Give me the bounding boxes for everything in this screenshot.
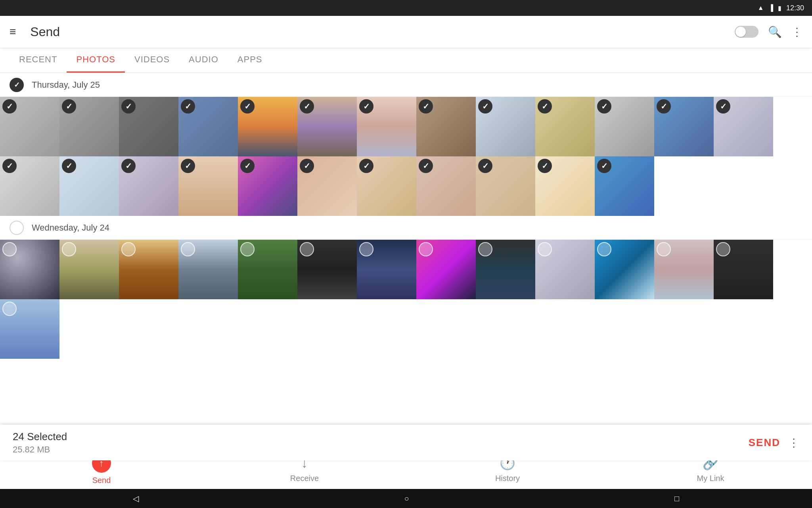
photo-item[interactable] xyxy=(59,97,119,156)
photo-item[interactable] xyxy=(476,156,535,216)
photo-item[interactable] xyxy=(416,97,476,156)
photo-item[interactable] xyxy=(238,156,297,216)
tab-apps[interactable]: APPS xyxy=(228,47,272,73)
toggle-button[interactable] xyxy=(735,26,758,38)
photo-item[interactable] xyxy=(59,240,119,299)
photo-check[interactable] xyxy=(240,159,255,173)
photo-check[interactable] xyxy=(2,159,17,173)
photo-check[interactable] xyxy=(597,242,611,256)
photo-check[interactable] xyxy=(121,99,136,114)
date-select-wednesday[interactable] xyxy=(10,221,24,235)
photo-check[interactable] xyxy=(359,99,373,114)
photo-item[interactable] xyxy=(476,97,535,156)
photo-item[interactable] xyxy=(297,97,357,156)
photo-check[interactable] xyxy=(121,242,136,256)
photo-check[interactable] xyxy=(2,302,17,316)
photo-check[interactable] xyxy=(538,99,552,114)
photo-item[interactable] xyxy=(178,156,238,216)
photo-item[interactable] xyxy=(0,299,59,359)
photo-check[interactable] xyxy=(716,99,730,114)
photo-check[interactable] xyxy=(181,159,195,173)
photo-check[interactable] xyxy=(2,99,17,114)
photo-item[interactable] xyxy=(535,97,595,156)
photo-item[interactable] xyxy=(178,240,238,299)
photo-item[interactable] xyxy=(654,240,714,299)
photo-item[interactable] xyxy=(714,240,773,299)
menu-icon[interactable]: ≡ xyxy=(10,25,16,38)
photo-item[interactable] xyxy=(357,240,416,299)
app-title: Send xyxy=(30,25,727,39)
photo-item[interactable] xyxy=(0,156,59,216)
photo-check[interactable] xyxy=(478,159,492,173)
photo-check[interactable] xyxy=(240,242,255,256)
photo-item[interactable] xyxy=(357,97,416,156)
photo-item[interactable] xyxy=(535,240,595,299)
more-options-icon[interactable]: ⋮ xyxy=(791,25,802,38)
photo-item[interactable] xyxy=(238,97,297,156)
photo-item[interactable] xyxy=(595,240,654,299)
photo-check[interactable] xyxy=(121,159,136,173)
tab-recent[interactable]: RECENT xyxy=(10,47,67,73)
photo-check[interactable] xyxy=(181,242,195,256)
photo-item[interactable] xyxy=(119,156,178,216)
photo-item[interactable] xyxy=(119,97,178,156)
photo-item[interactable] xyxy=(59,156,119,216)
photo-item[interactable] xyxy=(238,240,297,299)
system-nav-bar: ◁ ○ □ xyxy=(0,489,812,508)
photo-check[interactable] xyxy=(181,99,195,114)
photo-check[interactable] xyxy=(478,242,492,256)
photo-check[interactable] xyxy=(300,242,314,256)
selection-more-icon[interactable]: ⋮ xyxy=(788,436,799,449)
photo-item[interactable] xyxy=(535,156,595,216)
photo-check[interactable] xyxy=(240,99,255,114)
home-button[interactable]: ○ xyxy=(404,494,409,503)
photo-check[interactable] xyxy=(657,99,671,114)
photo-check[interactable] xyxy=(62,159,76,173)
photo-item[interactable] xyxy=(0,240,59,299)
send-button[interactable]: SEND xyxy=(749,437,780,449)
photo-check[interactable] xyxy=(538,159,552,173)
photo-check[interactable] xyxy=(419,242,433,256)
tab-photos[interactable]: PHOTOS xyxy=(67,47,125,73)
back-button[interactable]: ◁ xyxy=(133,494,139,503)
photo-check[interactable] xyxy=(359,242,373,256)
search-icon[interactable]: 🔍 xyxy=(768,25,782,38)
photo-item[interactable] xyxy=(0,97,59,156)
recents-button[interactable]: □ xyxy=(674,494,679,503)
selection-size: 25.82 MB xyxy=(13,444,749,455)
photo-check[interactable] xyxy=(597,99,611,114)
photo-item[interactable] xyxy=(416,240,476,299)
photo-check[interactable] xyxy=(300,159,314,173)
photo-check[interactable] xyxy=(716,242,730,256)
photo-check[interactable] xyxy=(597,159,611,173)
photo-check[interactable] xyxy=(419,159,433,173)
signal-icon: ▐ xyxy=(769,4,773,12)
app-bar: ≡ Send 🔍 ⋮ xyxy=(0,16,812,48)
photo-item[interactable] xyxy=(297,240,357,299)
photo-item[interactable] xyxy=(595,97,654,156)
photo-item[interactable] xyxy=(714,97,773,156)
photo-check[interactable] xyxy=(359,159,373,173)
photo-item[interactable] xyxy=(357,156,416,216)
photo-item[interactable] xyxy=(297,156,357,216)
photo-check[interactable] xyxy=(2,242,17,256)
photo-check[interactable] xyxy=(419,99,433,114)
photo-check[interactable] xyxy=(62,99,76,114)
photo-item[interactable] xyxy=(654,97,714,156)
tab-videos[interactable]: VIDEOS xyxy=(125,47,179,73)
battery-icon: ▮ xyxy=(778,4,781,12)
status-time: 12:30 xyxy=(786,4,804,12)
photo-item[interactable] xyxy=(119,240,178,299)
photo-item[interactable] xyxy=(595,156,654,216)
photo-item[interactable] xyxy=(178,97,238,156)
photo-check[interactable] xyxy=(657,242,671,256)
date-header-wednesday: Wednesday, July 24 xyxy=(0,216,812,240)
photo-item[interactable] xyxy=(476,240,535,299)
photo-check[interactable] xyxy=(62,242,76,256)
date-select-thursday[interactable] xyxy=(10,78,24,92)
photo-check[interactable] xyxy=(538,242,552,256)
tab-audio[interactable]: AUDIO xyxy=(179,47,228,73)
photo-check[interactable] xyxy=(300,99,314,114)
photo-check[interactable] xyxy=(478,99,492,114)
photo-item[interactable] xyxy=(416,156,476,216)
